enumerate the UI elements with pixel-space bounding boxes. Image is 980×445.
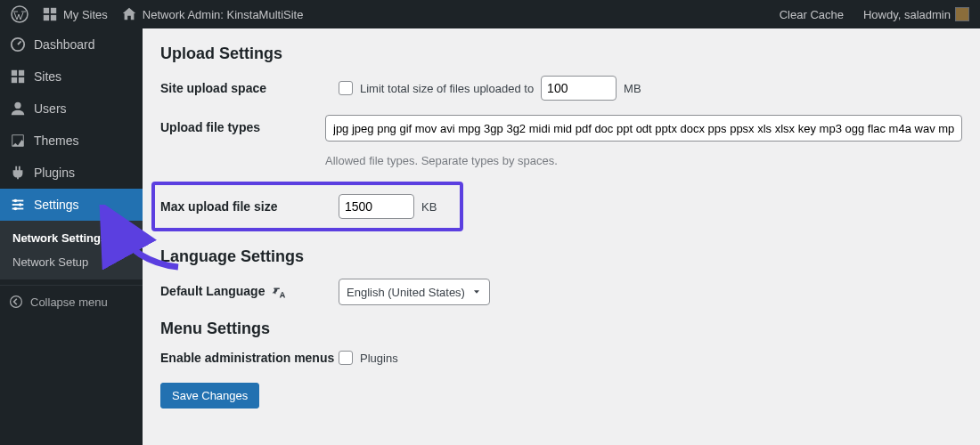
upload-file-types-label: Upload file types [160,115,325,134]
upload-file-types-row: Upload file types Allowed file types. Se… [160,115,962,167]
menu-sites[interactable]: Sites [0,61,143,93]
max-upload-unit: KB [421,200,437,214]
submenu-network-settings[interactable]: Network Settings [0,226,143,250]
default-language-row: Default Language English (United States) [160,279,962,305]
collapse-icon [9,295,23,309]
sites-menu-icon [9,68,27,85]
max-upload-input[interactable] [339,194,414,219]
clear-cache-link[interactable]: Clear Cache [776,0,847,28]
menu-settings-heading: Menu Settings [160,320,962,338]
upload-file-types-input[interactable] [325,115,962,142]
site-upload-space-input[interactable] [541,76,617,101]
svg-rect-4 [51,15,56,20]
sites-icon [41,5,59,23]
svg-point-17 [11,296,22,308]
enable-admin-menus-label: Enable administration menus [160,351,339,365]
menu-dashboard-label: Dashboard [34,37,95,52]
howdy-label: Howdy, saladmin [863,8,951,21]
menu-plugins-label: Plugins [34,166,75,180]
max-upload-highlight: Max upload file size KB [151,182,463,231]
save-button[interactable]: Save Changes [160,383,259,409]
menu-settings[interactable]: Settings [0,189,143,221]
submenu-network-setup[interactable]: Network Setup [0,250,143,274]
limit-upload-text: Limit total size of files uploaded to [360,82,534,95]
collapse-menu[interactable]: Collapse menu [0,285,143,318]
wordpress-icon [11,5,29,23]
default-language-value: English (United States) [347,286,465,299]
wp-logo[interactable] [7,0,32,28]
plugins-menu-text: Plugins [360,352,398,365]
menu-sites-label: Sites [34,69,61,84]
admin-sidebar: Dashboard Sites Users Themes Plugins Set… [0,28,143,445]
my-sites-link[interactable]: My Sites [37,0,111,28]
svg-rect-3 [44,15,49,20]
limit-upload-checkbox[interactable] [339,81,353,95]
howdy-link[interactable]: Howdy, saladmin [860,0,973,28]
menu-themes[interactable]: Themes [0,125,143,157]
avatar [955,7,969,21]
dashboard-icon [9,36,27,53]
menu-users-label: Users [34,101,67,116]
site-upload-space-label: Site upload space [160,81,339,95]
plugins-menu-checkbox[interactable] [339,351,353,365]
menu-users[interactable]: Users [0,93,143,125]
network-admin-link[interactable]: Network Admin: KinstaMultiSite [117,0,307,28]
site-upload-space-row: Site upload space Limit total size of fi… [160,76,962,101]
themes-icon [9,132,27,150]
upload-settings-heading: Upload Settings [160,44,962,63]
max-upload-row: Max upload file size KB [160,194,454,219]
site-upload-space-unit: MB [624,82,641,95]
menu-settings-label: Settings [34,198,79,212]
svg-rect-7 [19,70,24,76]
collapse-label: Collapse menu [30,295,108,309]
home-icon [120,5,138,23]
menu-themes-label: Themes [34,134,79,148]
users-icon [9,100,27,117]
default-language-label: Default Language [160,284,339,299]
network-admin-label: Network Admin: KinstaMultiSite [143,8,304,21]
clear-cache-label: Clear Cache [780,8,844,21]
svg-point-0 [12,6,28,22]
default-language-select[interactable]: English (United States) [339,279,490,305]
menu-plugins[interactable]: Plugins [0,157,143,189]
svg-point-10 [14,102,20,109]
svg-point-14 [14,199,18,203]
max-upload-label: Max upload file size [160,199,339,214]
admin-toolbar: My Sites Network Admin: KinstaMultiSite … [0,0,980,28]
language-settings-heading: Language Settings [160,247,962,266]
svg-rect-8 [12,77,17,83]
svg-rect-6 [12,70,17,76]
svg-rect-1 [44,8,49,13]
upload-file-types-hint: Allowed file types. Separate types by sp… [325,154,558,167]
content-area: Upload Settings Site upload space Limit … [143,28,980,445]
my-sites-label: My Sites [63,8,108,21]
svg-point-16 [14,207,18,211]
settings-submenu: Network Settings Network Setup [0,221,143,279]
svg-rect-2 [51,8,56,13]
svg-rect-9 [19,77,24,83]
settings-icon [9,196,27,214]
menu-dashboard[interactable]: Dashboard [0,28,143,61]
svg-point-15 [19,203,22,206]
enable-admin-menus-row: Enable administration menus Plugins [160,351,962,365]
translate-icon [272,286,286,300]
chevron-down-icon [471,287,482,297]
plugins-icon [9,164,27,182]
